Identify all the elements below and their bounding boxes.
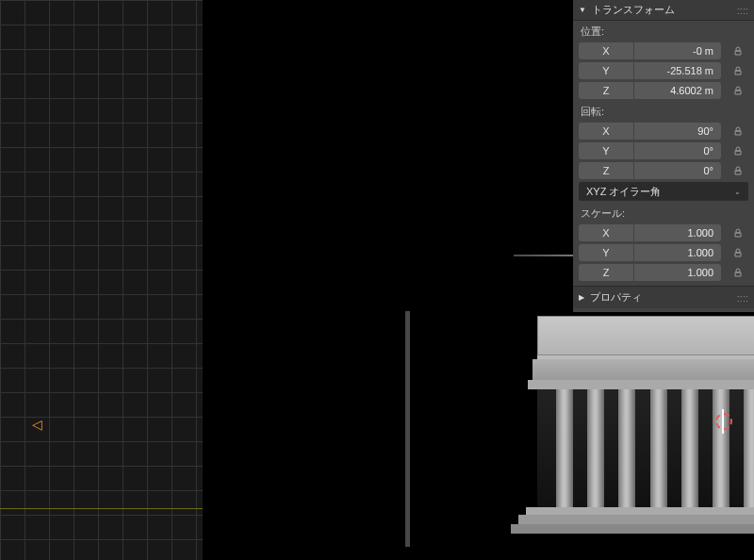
rotation-mode-select[interactable]: XYZ オイラー角 ⌄ (579, 182, 748, 201)
rotation-y-value[interactable]: 0° (634, 142, 721, 159)
3d-cursor-icon[interactable] (715, 413, 732, 430)
scale-label: スケール: (573, 203, 754, 222)
position-label: 位置: (573, 21, 754, 41)
column (556, 389, 573, 507)
lock-icon[interactable] (729, 228, 747, 238)
location-x-axis[interactable]: X (579, 42, 633, 59)
location-z-axis[interactable]: Z (579, 82, 633, 99)
location-y-value[interactable]: -25.518 m (634, 62, 721, 79)
stylobate-1 (526, 507, 754, 515)
stylobate-3 (511, 524, 754, 534)
axis-x-line (0, 508, 203, 509)
lock-icon[interactable] (729, 126, 747, 136)
location-y-axis[interactable]: Y (579, 62, 633, 79)
lock-icon[interactable] (729, 268, 747, 277)
location-x-value[interactable]: -0 m (634, 42, 721, 59)
disclosure-right-icon: ▶ (579, 293, 584, 302)
properties-title: プロパティ (590, 290, 642, 305)
column (681, 389, 698, 507)
lock-icon[interactable] (729, 146, 747, 156)
transform-panel-header[interactable]: ▼ トランスフォーム :::: (573, 0, 754, 21)
scale-z-axis[interactable]: Z (579, 264, 633, 281)
column (713, 389, 729, 507)
lock-icon[interactable] (729, 46, 747, 56)
properties-panel-header[interactable]: ▶ プロパティ :::: (573, 286, 754, 308)
camera-marker-icon[interactable]: ◁ (32, 417, 42, 432)
scale-y-axis[interactable]: Y (579, 244, 633, 261)
rotation-mode-value: XYZ オイラー角 (586, 185, 661, 199)
lock-icon[interactable] (729, 166, 747, 175)
frieze (533, 359, 754, 380)
grip-icon[interactable]: :::: (737, 292, 748, 304)
rotation-y-axis[interactable]: Y (579, 142, 633, 159)
rotation-z-value[interactable]: 0° (634, 162, 721, 179)
render-wall-edge (405, 311, 410, 547)
column (618, 389, 635, 507)
location-z-value[interactable]: 4.6002 m (634, 82, 721, 99)
scale-y-value[interactable]: 1.000 (634, 244, 721, 261)
entablature-top (537, 316, 754, 355)
transform-title: トランスフォーム (592, 3, 675, 17)
disclosure-down-icon: ▼ (579, 6, 586, 14)
column (650, 389, 667, 507)
column (587, 389, 604, 507)
transform-panel: ▼ トランスフォーム :::: 位置: X -0 m Y -25.518 m Z… (573, 0, 754, 312)
rotation-z-axis[interactable]: Z (579, 162, 633, 179)
chevron-down-icon: ⌄ (734, 188, 741, 196)
lock-icon[interactable] (729, 86, 747, 95)
scale-x-value[interactable]: 1.000 (634, 224, 721, 241)
column (744, 389, 754, 507)
grip-icon[interactable]: :::: (737, 5, 748, 16)
architrave (528, 380, 754, 389)
stylobate-2 (518, 515, 754, 524)
scale-x-axis[interactable]: X (579, 224, 633, 241)
lock-icon[interactable] (729, 66, 747, 75)
viewport-left[interactable]: ◁ (0, 0, 203, 560)
lock-icon[interactable] (729, 248, 747, 257)
rotation-x-axis[interactable]: X (579, 123, 633, 140)
rotation-label: 回転: (573, 101, 754, 121)
colonnade (537, 389, 754, 507)
rotation-x-value[interactable]: 90° (634, 123, 721, 140)
scale-z-value[interactable]: 1.000 (634, 264, 721, 281)
grid-overlay (0, 0, 203, 560)
